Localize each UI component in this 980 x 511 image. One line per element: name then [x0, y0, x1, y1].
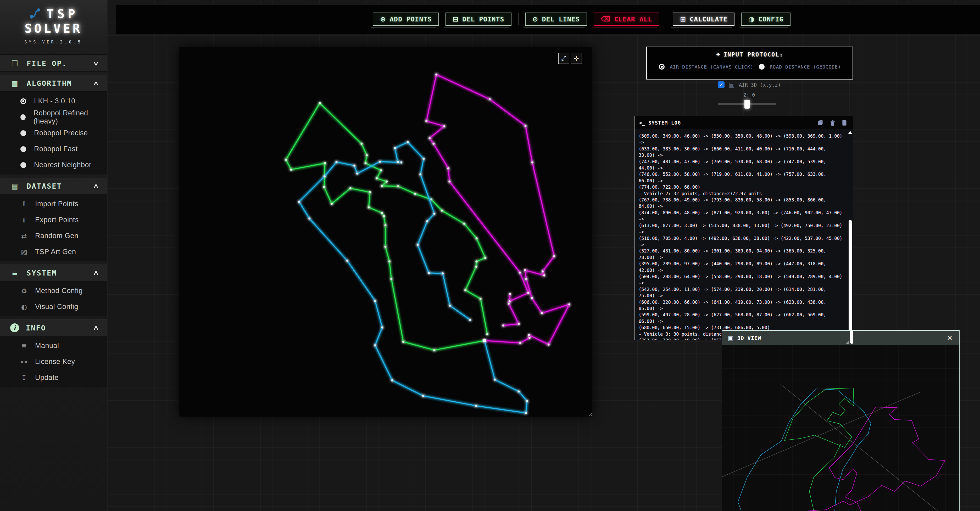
sidebar-section-system[interactable]: ≡SYSTEM∧ — [0, 265, 107, 281]
algorithm-option-robopol-refined-heavy[interactable]: Robopol Refined (heavy) — [0, 109, 107, 125]
algorithm-option-robopol-fast[interactable]: Robopol Fast — [0, 141, 107, 157]
close-icon[interactable]: ✕ — [947, 334, 953, 342]
system-log-output[interactable]: (509.00, 349.00, 46.00) -> (550.00, 350.… — [635, 129, 853, 340]
route-point[interactable] — [568, 303, 570, 305]
route-point[interactable] — [428, 137, 431, 139]
route-point[interactable] — [475, 405, 477, 407]
route-point[interactable] — [441, 209, 443, 212]
add-points-button[interactable]: ⊕ADD POINTS — [373, 13, 439, 25]
route-point[interactable] — [526, 400, 528, 402]
route-point[interactable] — [417, 244, 419, 246]
route-point[interactable] — [463, 223, 465, 225]
route-point[interactable] — [543, 274, 545, 276]
route-point[interactable] — [531, 297, 533, 299]
route-point[interactable] — [380, 169, 382, 171]
log-resize-handle[interactable]: ◢ — [846, 340, 849, 344]
route-point[interactable] — [319, 102, 321, 104]
sidebar-item-visual-config[interactable]: ◐Visual Config — [0, 299, 107, 315]
route-point[interactable] — [524, 269, 526, 271]
route-point[interactable] — [290, 168, 292, 171]
route-point[interactable] — [331, 203, 332, 205]
sidebar-item-method-config[interactable]: ⚙Method Config — [0, 283, 107, 299]
route-point[interactable] — [435, 73, 438, 76]
sidebar-item-manual[interactable]: ≣Manual — [0, 338, 107, 354]
route-point[interactable] — [541, 312, 543, 314]
del-lines-button[interactable]: ⊘DEL LINES — [525, 13, 587, 25]
air-3d-checkbox[interactable]: ✓ — [718, 81, 724, 88]
route-point[interactable] — [385, 181, 388, 182]
route-point[interactable] — [509, 293, 511, 295]
route-point[interactable] — [528, 334, 530, 336]
route-point[interactable] — [414, 193, 417, 195]
route-point[interactable] — [360, 143, 363, 145]
del-points-button[interactable]: ⊟DEL POINTS — [445, 13, 511, 25]
route-point[interactable] — [519, 342, 522, 344]
config-button[interactable]: ◑CONFIG — [741, 13, 791, 25]
route-point[interactable] — [469, 319, 471, 321]
protocol-option-air-distance-canvas-click[interactable]: AIR DISTANCE (CANVAS CLICK) — [659, 64, 754, 70]
route-point[interactable] — [430, 198, 432, 200]
route-point[interactable] — [519, 271, 521, 274]
sidebar-section-file-op[interactable]: ❐FILE OP.∨ — [0, 55, 107, 72]
route-point[interactable] — [426, 220, 428, 222]
algorithm-option-robopol-precise[interactable]: Robopol Precise — [0, 125, 107, 141]
sidebar-item-random-gen[interactable]: ⇄Random Gen — [0, 228, 107, 244]
route-point[interactable] — [391, 379, 393, 381]
route-point[interactable] — [397, 185, 399, 187]
route-point[interactable] — [407, 141, 409, 143]
route-point[interactable] — [475, 265, 477, 268]
route-point[interactable] — [518, 390, 520, 392]
sidebar-section-info[interactable]: iINFO∧ — [0, 319, 107, 336]
route-point[interactable] — [525, 278, 527, 280]
route-point[interactable] — [508, 303, 510, 305]
route-point[interactable] — [494, 379, 496, 381]
route-point[interactable] — [476, 260, 478, 262]
route-point[interactable] — [486, 333, 488, 335]
route-point[interactable] — [385, 246, 387, 248]
view-3d-header[interactable]: ▣ 3D VIEW ✕ — [722, 331, 959, 345]
clear-all-button[interactable]: ⌫CLEAR ALL — [593, 13, 659, 25]
route-point[interactable] — [527, 292, 529, 294]
copy-log-icon[interactable] — [817, 119, 824, 126]
route-point[interactable] — [381, 212, 383, 214]
route-point[interactable] — [449, 305, 451, 307]
route-point[interactable] — [309, 217, 310, 219]
fit-view-button[interactable]: ⊹ — [571, 53, 582, 64]
route-point[interactable] — [442, 272, 444, 275]
route-point[interactable] — [285, 159, 287, 161]
route-point[interactable] — [369, 191, 371, 194]
scrollbar-pill[interactable] — [850, 330, 853, 344]
algorithm-option-lkh-3-0-10[interactable]: LKH - 3.0.10 — [0, 93, 107, 109]
route-point[interactable] — [390, 278, 392, 280]
route-point[interactable] — [394, 147, 396, 149]
route-point[interactable] — [433, 213, 436, 215]
route-point[interactable] — [368, 206, 370, 208]
route-point[interactable] — [419, 173, 422, 175]
route-point[interactable] — [374, 344, 376, 346]
route-point[interactable] — [364, 162, 367, 164]
sidebar-item-license-key[interactable]: ⊶License Key — [0, 354, 107, 370]
route-point[interactable] — [465, 289, 466, 291]
scroll-up-arrow-icon[interactable] — [848, 131, 852, 134]
route-point[interactable] — [400, 162, 402, 163]
route-point[interactable] — [444, 125, 445, 127]
route-point[interactable] — [518, 323, 520, 325]
route-point[interactable] — [350, 187, 352, 189]
route-point[interactable] — [542, 270, 544, 272]
route-point[interactable] — [525, 125, 527, 127]
route-point[interactable] — [489, 98, 491, 100]
route-point[interactable] — [528, 337, 531, 339]
route-point[interactable] — [422, 395, 424, 397]
route-point[interactable] — [346, 260, 348, 262]
route-point[interactable] — [484, 257, 486, 259]
route-point[interactable] — [433, 143, 434, 145]
route-point[interactable] — [353, 165, 355, 167]
route-point[interactable] — [323, 175, 326, 178]
z-slider-thumb[interactable] — [745, 100, 750, 109]
route-point[interactable] — [356, 173, 358, 175]
z-slider[interactable] — [718, 103, 776, 105]
route-point[interactable] — [422, 158, 425, 160]
route-point[interactable] — [502, 324, 504, 327]
route-point[interactable] — [509, 300, 511, 302]
calculate-button[interactable]: ⊞CALCULATE — [673, 13, 735, 25]
